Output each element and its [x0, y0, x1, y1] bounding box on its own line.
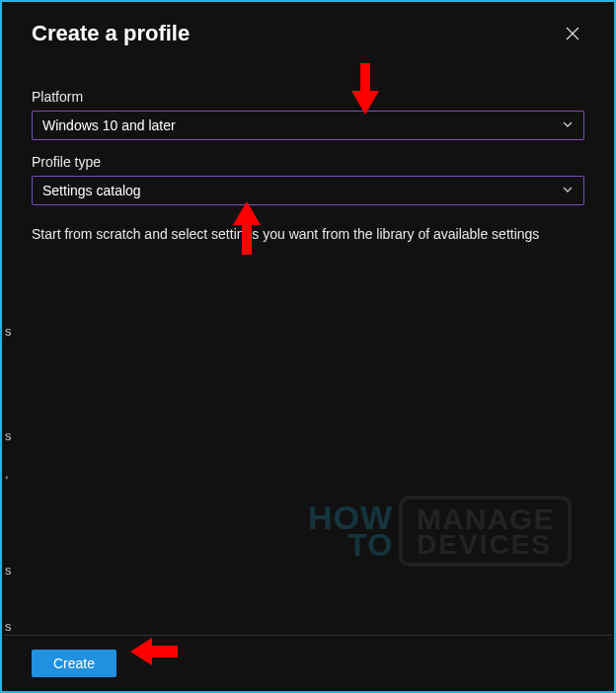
watermark: HOW TO MANAGE DEVICES [308, 496, 572, 567]
dialog-footer: Create [4, 635, 612, 691]
chevron-down-icon [562, 183, 574, 198]
background-text: s [5, 324, 12, 339]
watermark-text: MANAGE [417, 505, 554, 532]
dialog-content: Platform Windows 10 and later Profile ty… [2, 57, 614, 245]
platform-dropdown-value: Windows 10 and later [42, 117, 176, 133]
profile-type-label: Profile type [32, 154, 584, 170]
background-text: , [5, 466, 9, 481]
platform-dropdown[interactable]: Windows 10 and later [32, 111, 584, 140]
background-text: s [5, 428, 12, 443]
profile-type-dropdown[interactable]: Settings catalog [32, 176, 584, 205]
chevron-down-icon [562, 117, 574, 133]
create-button[interactable]: Create [32, 650, 116, 677]
watermark-text: DEVICES [417, 532, 554, 557]
profile-type-dropdown-value: Settings catalog [42, 183, 141, 198]
platform-label: Platform [32, 89, 584, 105]
dialog-header: Create a profile [2, 2, 614, 57]
background-text: s [5, 563, 12, 578]
dialog-frame: Create a profile Platform Windows 10 and… [0, 0, 616, 693]
watermark-text: TO [308, 532, 393, 559]
profile-type-description: Start from scratch and select settings y… [32, 225, 584, 245]
dialog-title: Create a profile [32, 21, 190, 46]
background-text: s [5, 619, 12, 634]
close-icon [566, 27, 579, 40]
close-button[interactable] [559, 20, 586, 47]
